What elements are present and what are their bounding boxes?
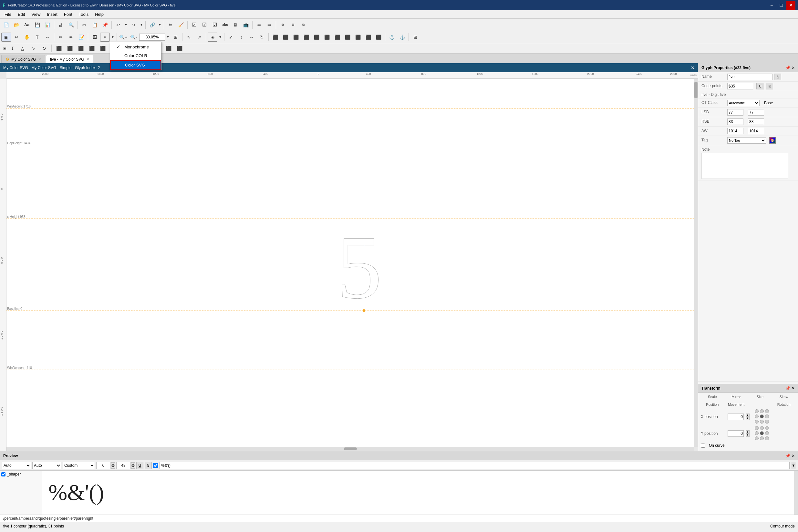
- radio2-bl[interactable]: [755, 436, 759, 440]
- align1-button[interactable]: ⬛: [270, 33, 280, 42]
- dropdown-monochrome[interactable]: ✓ Monochrome: [110, 42, 161, 51]
- freehand-button[interactable]: ↩: [12, 33, 21, 42]
- print-button[interactable]: 🖨: [56, 20, 66, 30]
- align4-button[interactable]: ⬛: [301, 33, 311, 42]
- on-curve-checkbox[interactable]: [701, 443, 705, 448]
- paste-button[interactable]: 📌: [100, 20, 110, 30]
- zoom-in-button[interactable]: 🔍+: [118, 33, 128, 42]
- align7-button[interactable]: ⬛: [332, 33, 342, 42]
- validate3-button[interactable]: ☑: [210, 20, 220, 30]
- rotate-button[interactable]: ↻: [39, 44, 49, 53]
- preview-size2-spinner[interactable]: ▲ ▼: [131, 462, 135, 469]
- extra2-button[interactable]: ⧉: [288, 20, 298, 30]
- maximize-button[interactable]: □: [777, 1, 786, 10]
- radio-mc[interactable]: [760, 415, 764, 418]
- menu-edit[interactable]: Edit: [15, 11, 28, 17]
- y-pos-down[interactable]: ▼: [746, 434, 749, 437]
- extra1-button[interactable]: ⧉: [278, 20, 287, 30]
- aw-input1[interactable]: [727, 128, 743, 134]
- back-button[interactable]: ⬅: [254, 20, 264, 30]
- align11-button[interactable]: ⬛: [374, 33, 383, 42]
- shape-select[interactable]: ◈: [208, 33, 217, 42]
- hscroll-thumb[interactable]: [344, 448, 357, 450]
- y-pos-spinner[interactable]: ▲ ▼: [746, 430, 749, 437]
- y-pos-up[interactable]: ▲: [746, 430, 749, 434]
- preview-text-input[interactable]: [160, 462, 790, 469]
- x-pos-spinner[interactable]: ▲ ▼: [746, 414, 749, 420]
- move-btn5[interactable]: ⬛: [98, 44, 108, 53]
- underline-button[interactable]: U: [136, 462, 143, 469]
- radio-br[interactable]: [765, 420, 769, 423]
- cut-button[interactable]: ✂: [79, 20, 89, 30]
- canvas-inner[interactable]: WinAscent 1716 CapHeight 1434 x-Height 9…: [6, 79, 694, 447]
- connect-dropdown[interactable]: ▼: [157, 20, 162, 30]
- align9-button[interactable]: ⬛: [353, 33, 363, 42]
- dropdown-color-colr[interactable]: Color COLR: [110, 51, 161, 60]
- align2-button[interactable]: ⬛: [281, 33, 290, 42]
- align6-button[interactable]: ⬛: [322, 33, 332, 42]
- shaper-checkbox[interactable]: [1, 472, 5, 476]
- tab-my-color-svg[interactable]: ⚙ My Color SVG ✕: [1, 55, 45, 63]
- x-pos-up[interactable]: ▲: [746, 414, 749, 417]
- minimize-button[interactable]: −: [767, 1, 776, 10]
- new-button[interactable]: 📄: [1, 20, 11, 30]
- align3-button[interactable]: ⬛: [291, 33, 301, 42]
- align10-button[interactable]: ⬛: [363, 33, 373, 42]
- eraser-button[interactable]: 🧹: [176, 20, 186, 30]
- menu-help[interactable]: Help: [92, 11, 107, 17]
- radio-mr[interactable]: [765, 415, 769, 418]
- note-textarea[interactable]: [702, 153, 788, 179]
- validate2-button[interactable]: ☑: [200, 20, 209, 30]
- radio2-mr[interactable]: [765, 431, 769, 435]
- preview-pin[interactable]: 📌: [785, 454, 790, 458]
- name-input[interactable]: [727, 74, 773, 80]
- menu-view[interactable]: View: [28, 11, 43, 17]
- title-bar-controls[interactable]: − □ ✕: [767, 1, 795, 10]
- arrow-tool[interactable]: ↗: [194, 33, 204, 42]
- horizontal-scrollbar[interactable]: [6, 447, 694, 451]
- preview-size2-down[interactable]: ▼: [131, 466, 135, 469]
- transform4-button[interactable]: ↻: [257, 33, 267, 42]
- select-button[interactable]: ▣: [1, 33, 11, 42]
- menu-tools[interactable]: Tools: [76, 11, 92, 17]
- move-btn4[interactable]: ⬛: [87, 44, 96, 53]
- connect-button[interactable]: 🔗: [147, 20, 157, 30]
- preview-checkbox[interactable]: [153, 463, 158, 468]
- radio2-tr[interactable]: [765, 426, 769, 430]
- preview-auto1-select[interactable]: Auto: [2, 462, 31, 469]
- anchor1-button[interactable]: ⚓: [387, 33, 396, 42]
- open-button[interactable]: 📂: [12, 20, 21, 30]
- path-dir-button[interactable]: ↧: [9, 44, 16, 53]
- name-copy-button[interactable]: ⎘: [774, 74, 781, 80]
- export-button[interactable]: 📊: [43, 20, 52, 30]
- menu-insert[interactable]: Insert: [43, 11, 61, 17]
- transform-close[interactable]: ✕: [792, 386, 795, 391]
- tab-close-1[interactable]: ✕: [38, 57, 41, 61]
- dropdown-color-svg[interactable]: Color SVG: [110, 60, 161, 70]
- flip-h-button[interactable]: ▷: [29, 44, 38, 53]
- radio-bc[interactable]: [760, 420, 764, 423]
- x-pos-radio-grid[interactable]: [755, 409, 769, 424]
- radio-tc[interactable]: [760, 409, 764, 413]
- preview-dropdown-button[interactable]: ▼: [791, 462, 796, 469]
- align8-button[interactable]: ⬛: [342, 33, 352, 42]
- vscroll-thumb[interactable]: [694, 82, 698, 98]
- preview-auto2-select[interactable]: Auto: [32, 462, 61, 469]
- preview-size1-up[interactable]: ▲: [111, 462, 115, 466]
- transform3-button[interactable]: ↔: [247, 33, 256, 42]
- tab-close-2[interactable]: ✕: [86, 57, 89, 61]
- screen2-button[interactable]: 📺: [241, 20, 250, 30]
- aw-input2[interactable]: [748, 128, 764, 134]
- otclass-select[interactable]: Automatic: [727, 100, 760, 106]
- bezier-tool[interactable]: ✒: [66, 33, 76, 42]
- rsb-input1[interactable]: [727, 118, 743, 125]
- preview-size2-input[interactable]: [116, 462, 130, 469]
- y-pos-input[interactable]: [728, 430, 744, 437]
- undo-dropdown[interactable]: ▼: [124, 20, 128, 30]
- image-button[interactable]: 🖼: [90, 33, 99, 42]
- node-tool[interactable]: ◈: [100, 33, 110, 42]
- glyph-props-pin[interactable]: 📌: [785, 65, 790, 70]
- preview-size1-spinner[interactable]: ▲ ▼: [111, 462, 115, 469]
- zoom-out-button[interactable]: 🔍-: [129, 33, 138, 42]
- menu-font[interactable]: Font: [61, 11, 76, 17]
